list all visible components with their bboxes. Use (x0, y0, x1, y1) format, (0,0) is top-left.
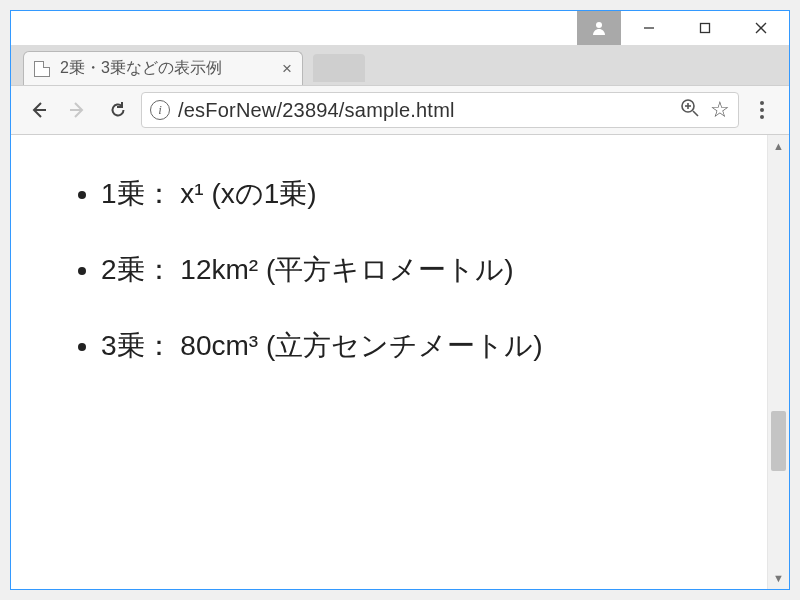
tab-close-button[interactable]: × (282, 60, 292, 77)
window-maximize-button[interactable] (677, 11, 733, 45)
nav-back-button[interactable] (21, 93, 55, 127)
list-item-text: 2乗： 12km² (平方キロメートル) (101, 254, 514, 285)
svg-rect-2 (701, 24, 710, 33)
file-icon (34, 61, 50, 77)
browser-window: 2乗・3乗などの表示例 × i /esForNew/23894/sample.h… (10, 10, 790, 590)
exponent-list: 1乗： x¹ (xの1乗) 2乗： 12km² (平方キロメートル) 3乗： 8… (71, 175, 737, 365)
person-icon (591, 20, 607, 36)
maximize-icon (699, 22, 711, 34)
browser-menu-button[interactable] (745, 93, 779, 127)
bookmark-star-icon[interactable]: ☆ (710, 97, 730, 123)
svg-line-8 (693, 111, 698, 116)
scroll-up-button[interactable]: ▲ (768, 135, 789, 157)
new-tab-placeholder[interactable] (313, 54, 365, 82)
page-content: 1乗： x¹ (xの1乗) 2乗： 12km² (平方キロメートル) 3乗： 8… (11, 135, 767, 589)
user-profile-button[interactable] (577, 11, 621, 45)
page-viewport: 1乗： x¹ (xの1乗) 2乗： 12km² (平方キロメートル) 3乗： 8… (11, 135, 789, 589)
list-item: 3乗： 80cm³ (立方センチメートル) (101, 327, 737, 365)
window-titlebar (11, 11, 789, 45)
list-item: 2乗： 12km² (平方キロメートル) (101, 251, 737, 289)
vertical-scrollbar[interactable]: ▲ ▼ (767, 135, 789, 589)
tab-title: 2乗・3乗などの表示例 (60, 58, 222, 79)
zoom-icon[interactable] (680, 98, 700, 122)
window-minimize-button[interactable] (621, 11, 677, 45)
tab-strip: 2乗・3乗などの表示例 × (11, 45, 789, 85)
browser-tab-active[interactable]: 2乗・3乗などの表示例 × (23, 51, 303, 85)
site-info-icon[interactable]: i (150, 100, 170, 120)
nav-forward-button (61, 93, 95, 127)
close-icon (755, 22, 767, 34)
window-close-button[interactable] (733, 11, 789, 45)
list-item-text: 3乗： 80cm³ (立方センチメートル) (101, 330, 543, 361)
minimize-icon (643, 22, 655, 34)
toolbar: i /esForNew/23894/sample.html ☆ (11, 85, 789, 135)
scroll-track[interactable] (768, 157, 789, 567)
kebab-icon (760, 101, 764, 119)
reload-icon (108, 100, 128, 120)
nav-reload-button[interactable] (101, 93, 135, 127)
omnibox-actions: ☆ (680, 97, 730, 123)
scroll-down-button[interactable]: ▼ (768, 567, 789, 589)
list-item-text: 1乗： x¹ (xの1乗) (101, 178, 317, 209)
arrow-left-icon (28, 100, 48, 120)
svg-point-0 (596, 22, 602, 28)
scroll-thumb[interactable] (771, 411, 786, 471)
list-item: 1乗： x¹ (xの1乗) (101, 175, 737, 213)
arrow-right-icon (68, 100, 88, 120)
url-text: /esForNew/23894/sample.html (178, 99, 455, 122)
address-bar[interactable]: i /esForNew/23894/sample.html ☆ (141, 92, 739, 128)
titlebar-spacer (11, 11, 577, 45)
